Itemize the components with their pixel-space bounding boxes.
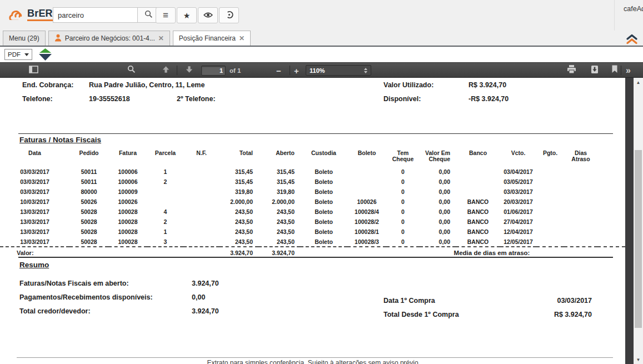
fatura-cell: 0,00 (420, 167, 456, 177)
download-button[interactable] (587, 64, 602, 76)
fatura-cell: 12/04/2017 (500, 227, 536, 237)
fatura-cell: 100028 (108, 207, 147, 217)
fatura-cell (564, 167, 597, 177)
fatura-cell (536, 197, 564, 207)
fatura-row: 10/03/2017500261000262.000,002.000,00Bol… (0, 197, 625, 207)
fatura-cell: 2.000,00 (258, 197, 300, 207)
fatura-cell: 100028 (108, 237, 147, 247)
fatura-cell: 0 (386, 237, 420, 247)
tab-posicao-financeira[interactable]: Posição Financeira ✕ (173, 31, 251, 46)
faturas-table: DataPedidoFaturaParcelaN.F.TotalAbertoCu… (0, 149, 625, 258)
telefone-value: 19-35552618 (89, 95, 130, 103)
fatura-cell: Boleto (300, 167, 347, 177)
double-chevron-right-icon: » (626, 66, 631, 75)
more-tools-button[interactable]: » (626, 66, 631, 76)
fatura-cell: 03/03/2017 (0, 167, 69, 177)
collapse-tabs-button[interactable] (625, 34, 639, 47)
export-format-select[interactable]: PDF (4, 49, 32, 60)
end-cobranca-value: Rua Padre Julião, Centro, 11, Leme (89, 81, 205, 89)
resumo-section-title: Resumo (19, 261, 49, 269)
disponivel-label: Disponível: (383, 95, 421, 103)
close-tab-icon[interactable]: ✕ (158, 34, 164, 42)
column-header: Fatura (108, 149, 147, 167)
scroll-down-button[interactable]: ▼ (634, 355, 643, 364)
next-page-button[interactable] (181, 64, 197, 76)
find-button[interactable] (123, 64, 139, 76)
bookmark-button[interactable] (607, 64, 622, 76)
export-format-value: PDF (8, 51, 21, 58)
tab-parceiro-de-negocios[interactable]: Parceiro de Negócios: 001-4... ✕ (48, 31, 170, 46)
fatura-cell (456, 177, 500, 187)
fatura-cell (564, 217, 597, 227)
favorites-button[interactable]: ★ (177, 7, 197, 23)
zoom-in-button[interactable]: + (294, 66, 299, 76)
previous-page-button[interactable] (158, 64, 173, 76)
toolbar-divider (290, 66, 290, 75)
fatura-cell: 243,50 (258, 207, 300, 217)
select-spinner-icon (364, 68, 367, 73)
fatura-cell (183, 227, 220, 237)
column-header: Pgto. (536, 149, 564, 167)
fatura-cell: Boleto (300, 237, 347, 247)
watch-button[interactable] (198, 7, 218, 23)
fatura-cell: 0 (386, 197, 420, 207)
close-tab-icon[interactable]: ✕ (239, 34, 245, 42)
fatura-cell: 100026 (108, 197, 147, 207)
fatura-cell: Boleto (300, 177, 347, 187)
eye-icon (203, 11, 213, 20)
fatura-cell: 50028 (69, 237, 108, 247)
section-rule (18, 257, 613, 258)
fatura-cell: 0,00 (420, 207, 456, 217)
page-number-input[interactable] (201, 66, 226, 76)
totals-aberto-value: 3.924,70 (258, 247, 300, 258)
fatura-cell (147, 197, 183, 207)
brerp-logo: BrERP (8, 7, 59, 22)
vertical-scrollbar: ▲ ▼ (634, 78, 643, 364)
fatura-cell: 0,00 (420, 227, 456, 237)
fatura-cell: Boleto (300, 217, 347, 227)
menu-button[interactable]: ≡ (156, 7, 176, 23)
hamburger-icon: ≡ (163, 10, 168, 21)
toolbar-divider (621, 66, 621, 75)
fatura-cell (183, 237, 220, 247)
fatura-cell: 03/03/2017 (0, 187, 69, 197)
fatura-cell: 27/04/2017 (500, 217, 536, 227)
fatura-cell: 50026 (69, 197, 108, 207)
fatura-cell (347, 167, 386, 177)
zoom-out-button[interactable]: − (276, 66, 281, 76)
fatura-cell: 2 (147, 177, 183, 187)
scroll-up-button[interactable]: ▲ (634, 78, 643, 87)
zoom-level-select[interactable]: 110% (306, 65, 371, 76)
history-button[interactable] (219, 7, 239, 23)
fatura-cell (183, 207, 220, 217)
fatura-cell (183, 187, 220, 197)
user-menu[interactable]: cafeAdm (624, 5, 643, 13)
fatura-cell (536, 167, 564, 177)
sidebar-toggle-button[interactable] (26, 64, 41, 76)
faturas-header-row: DataPedidoFaturaParcelaN.F.TotalAbertoCu… (0, 149, 625, 167)
fatura-cell: 50011 (69, 177, 108, 187)
export-download-button[interactable] (38, 48, 53, 63)
fatura-cell: 0 (386, 217, 420, 227)
fatura-cell: 243,50 (258, 237, 300, 247)
fatura-cell: 0,00 (420, 177, 456, 187)
scrollbar-thumb[interactable] (635, 150, 642, 328)
fatura-cell: Boleto (300, 227, 347, 237)
resumo-label: Pagamentos/Recebimentos disponíveis: (19, 293, 153, 301)
fatura-cell: 315,45 (258, 167, 300, 177)
fatura-cell: 243,50 (258, 227, 300, 237)
fatura-cell: 1 (147, 227, 183, 237)
column-header: Valor Em Cheque (420, 149, 456, 167)
tab-menu[interactable]: Menu (29) (3, 31, 46, 46)
fatura-cell (564, 227, 597, 237)
resumo-value: R$ 3.924,70 (478, 311, 592, 318)
disponivel-value: -R$ 3.924,70 (468, 95, 509, 103)
column-header: Banco (456, 149, 500, 167)
column-header: Dias Atraso (564, 149, 597, 167)
fatura-cell: 0,00 (420, 187, 456, 197)
fatura-cell: 4 (147, 207, 183, 217)
search-input[interactable] (53, 7, 137, 23)
fatura-cell: BANCO (456, 227, 500, 237)
print-button[interactable] (564, 64, 579, 76)
sidebar-toggle-icon (29, 66, 38, 76)
